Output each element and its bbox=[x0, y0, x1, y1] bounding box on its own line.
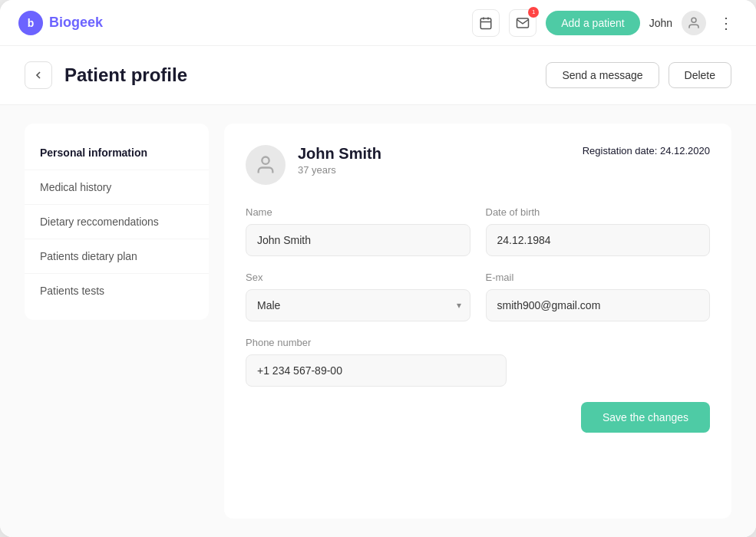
calendar-icon bbox=[479, 16, 493, 30]
user-icon bbox=[687, 16, 701, 30]
send-message-button[interactable]: Send a message bbox=[546, 62, 659, 88]
sex-label: Sex bbox=[246, 272, 470, 283]
name-group: Name bbox=[246, 206, 470, 256]
navbar-actions: 1 Add a patient John ⋮ bbox=[472, 9, 738, 37]
calendar-button[interactable] bbox=[472, 9, 500, 37]
svg-point-5 bbox=[262, 157, 269, 164]
dob-group: Date of birth bbox=[486, 206, 711, 256]
delete-button[interactable]: Delete bbox=[669, 62, 731, 88]
email-label: E-mail bbox=[486, 272, 711, 283]
phone-row: Phone number bbox=[246, 337, 710, 387]
save-btn-row: Save the changes bbox=[246, 402, 710, 433]
sidebar-item-personal-information[interactable]: Personal information bbox=[25, 136, 209, 170]
sex-select-wrapper: Male Female Other ▾ bbox=[246, 289, 470, 321]
patient-avatar-icon bbox=[255, 154, 276, 176]
dob-label: Date of birth bbox=[486, 206, 711, 218]
patient-avatar bbox=[246, 145, 286, 185]
phone-group: Phone number bbox=[246, 337, 507, 387]
registration-date: Registation date: 24.12.2020 bbox=[583, 145, 710, 156]
add-patient-button[interactable]: Add a patient bbox=[546, 11, 640, 35]
user-name: John bbox=[649, 17, 672, 29]
navbar: b Biogeek 1 Add a patient John bbox=[0, 0, 756, 46]
sidebar-item-dietary-plan[interactable]: Patients dietary plan bbox=[25, 239, 209, 274]
email-group: E-mail bbox=[486, 272, 711, 321]
message-badge: 1 bbox=[528, 7, 539, 18]
patient-name: John Smith bbox=[298, 145, 583, 163]
sidebar: Personal information Medical history Die… bbox=[25, 124, 209, 320]
message-icon bbox=[516, 16, 530, 30]
patient-info: John Smith 37 years bbox=[298, 145, 583, 176]
sex-email-row: Sex Male Female Other ▾ E-mail bbox=[246, 272, 710, 321]
header-actions: Send a message Delete bbox=[546, 62, 731, 88]
back-icon bbox=[32, 69, 45, 81]
sidebar-item-dietary-recommendations[interactable]: Dietary reccomendations bbox=[25, 205, 209, 239]
save-changes-button[interactable]: Save the changes bbox=[581, 402, 710, 433]
content: Personal information Medical history Die… bbox=[0, 105, 756, 537]
page-header: Patient profile Send a message Delete bbox=[0, 46, 756, 105]
more-button[interactable]: ⋮ bbox=[715, 11, 738, 35]
main-card: John Smith 37 years Registation date: 24… bbox=[224, 124, 731, 519]
svg-point-4 bbox=[692, 18, 696, 22]
svg-rect-0 bbox=[480, 18, 491, 29]
page-title: Patient profile bbox=[64, 64, 546, 86]
dob-input[interactable] bbox=[486, 224, 711, 256]
name-label: Name bbox=[246, 206, 470, 218]
email-input[interactable] bbox=[486, 289, 711, 321]
name-dob-row: Name Date of birth bbox=[246, 206, 710, 256]
back-button[interactable] bbox=[25, 61, 52, 89]
sex-select[interactable]: Male Female Other bbox=[246, 289, 470, 321]
phone-input[interactable] bbox=[246, 354, 507, 387]
sidebar-item-patients-tests[interactable]: Patients tests bbox=[25, 274, 209, 308]
logo-name: Biogeek bbox=[49, 15, 103, 31]
phone-label: Phone number bbox=[246, 337, 507, 348]
sidebar-item-medical-history[interactable]: Medical history bbox=[25, 170, 209, 205]
patient-age: 37 years bbox=[298, 164, 583, 176]
logo: b Biogeek bbox=[18, 11, 472, 35]
message-button[interactable]: 1 bbox=[509, 9, 536, 37]
logo-icon: b bbox=[18, 11, 43, 35]
user-avatar bbox=[682, 11, 706, 35]
name-input[interactable] bbox=[246, 224, 470, 256]
sex-group: Sex Male Female Other ▾ bbox=[246, 272, 470, 321]
patient-header: John Smith 37 years Registation date: 24… bbox=[246, 145, 710, 185]
